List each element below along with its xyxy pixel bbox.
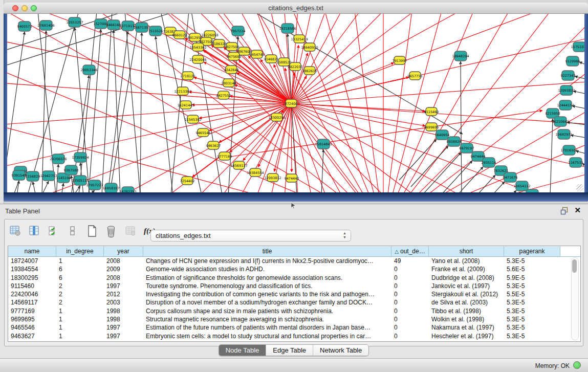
teal-node[interactable]: 9466160 xyxy=(106,20,121,30)
yellow-node[interactable]: 2803144 xyxy=(222,79,236,87)
teal-node[interactable]: 17957223 xyxy=(86,180,103,190)
yellow-node[interactable]: 19384554 xyxy=(247,168,264,177)
table-cell: Wolkin et al. (1998) xyxy=(429,315,504,323)
teal-node[interactable]: 7515526 xyxy=(148,26,163,36)
table-row[interactable]: 1938455462009Genome-wide association stu… xyxy=(8,265,580,273)
yellow-node[interactable]: 9463627 xyxy=(206,141,221,149)
table-row[interactable]: 977716911998Corpus callosum shape and si… xyxy=(8,307,580,315)
yellow-node[interactable]: 2718129 xyxy=(181,72,195,80)
column-header-year[interactable]: year xyxy=(104,246,143,256)
yellow-node[interactable]: 12213382 xyxy=(174,87,191,95)
tab-edge-table[interactable]: Edge Table xyxy=(266,345,313,356)
yellow-node[interactable]: 9822037 xyxy=(288,62,303,71)
teal-node[interactable]: 2935114 xyxy=(482,158,496,167)
row-height-icon[interactable] xyxy=(66,224,79,238)
yellow-node[interactable]: 8660123 xyxy=(172,31,187,39)
teal-node[interactable]: 20053346 xyxy=(80,65,97,75)
teal-node[interactable]: 6679197 xyxy=(460,143,474,153)
teal-node[interactable]: 17359924 xyxy=(72,152,89,162)
column-header-name[interactable]: name xyxy=(8,246,56,256)
teal-node[interactable]: 1640954 xyxy=(435,130,450,140)
teal-node[interactable]: 12942757 xyxy=(40,171,57,181)
table-row[interactable]: 2242004622012Investigating the contribut… xyxy=(8,290,580,298)
svg-text:17016504: 17016504 xyxy=(560,148,577,152)
yellow-node[interactable]: 9657755 xyxy=(408,72,423,80)
yellow-node[interactable]: 7913997 xyxy=(393,56,407,64)
yellow-node[interactable]: 8427552 xyxy=(216,91,231,99)
table-settings-icon[interactable] xyxy=(9,224,22,238)
column-header-short[interactable]: short xyxy=(429,246,504,256)
column-header-pagerank[interactable]: pagerank xyxy=(504,246,560,256)
table-cell: 5.3E-5 xyxy=(504,257,560,265)
teal-node[interactable]: 12444154 xyxy=(557,100,574,110)
yellow-node[interactable]: 9115460 xyxy=(424,107,439,116)
teal-node[interactable]: 8471676 xyxy=(503,172,518,182)
teal-node[interactable]: 8938924 xyxy=(447,137,462,146)
table-row[interactable]: 1456911722003Disruption of a novel membe… xyxy=(8,298,580,307)
canvas-resize-handle[interactable] xyxy=(576,184,583,191)
teal-node[interactable]: 16210643 xyxy=(552,117,569,126)
yellow-node[interactable]: 9699695 xyxy=(424,123,439,131)
teal-node[interactable]: 19218586 xyxy=(279,24,296,33)
table-row[interactable]: 1830029562008Estimation of significance … xyxy=(8,274,580,282)
table-row[interactable]: 946554611997Estimation of the future num… xyxy=(8,323,580,332)
tab-node-table[interactable]: Node Table xyxy=(219,345,267,356)
table-cell: Tourette syndrome. Phenomenology and cla… xyxy=(143,282,391,290)
teal-node[interactable]: 17016504 xyxy=(560,145,577,155)
float-window-icon[interactable] xyxy=(560,207,569,215)
table-scrollbar[interactable] xyxy=(571,257,579,340)
teal-node[interactable]: 10553257 xyxy=(66,17,83,27)
teal-node[interactable]: 9397588 xyxy=(64,165,79,175)
table-selector-dropdown[interactable]: citations_edges.txt ▲▼ xyxy=(150,230,351,242)
table-cell: Corpus callosum shape and size in male p… xyxy=(143,307,391,315)
teal-node[interactable]: 9129966 xyxy=(565,56,580,66)
teal-node[interactable]: 9227343 xyxy=(561,71,576,80)
yellow-node[interactable]: 9242848 xyxy=(224,65,239,74)
svg-text:9657755: 9657755 xyxy=(408,74,423,78)
teal-node[interactable]: 16958107 xyxy=(102,183,119,192)
teal-node[interactable]: 27691406 xyxy=(37,20,54,30)
tab-network-table[interactable]: Network Table xyxy=(313,345,368,356)
close-panel-icon[interactable]: ✕ xyxy=(574,206,581,215)
table-row[interactable]: 969969511998Structural magnetic resonanc… xyxy=(8,315,580,323)
teal-node[interactable]: 12093832 xyxy=(558,85,575,95)
memory-status-indicator[interactable] xyxy=(573,361,581,369)
teal-node[interactable]: 18648294 xyxy=(452,51,469,61)
teal-node[interactable]: 15692971 xyxy=(555,129,572,139)
table-row[interactable]: 946362711997Embryonic stem cells: a mode… xyxy=(8,332,580,340)
delete-table-icon[interactable] xyxy=(104,224,118,238)
teal-node[interactable]: 15751074 xyxy=(571,42,584,52)
yellow-node[interactable]: 1862615 xyxy=(302,67,317,75)
yellow-node[interactable]: 7254402 xyxy=(180,177,195,185)
table-cell: 1 xyxy=(56,323,104,332)
yellow-node[interactable]: 9475685 xyxy=(227,52,242,60)
teal-node[interactable]: 1167533 xyxy=(569,158,583,167)
teal-node[interactable]: 9405573 xyxy=(17,21,32,31)
new-table-icon[interactable] xyxy=(85,224,99,238)
yellow-node[interactable]: 9777169 xyxy=(217,152,232,160)
teal-node[interactable]: 7957224 xyxy=(231,26,246,36)
table-row[interactable]: 911546021997Tourette syndrome. Phenomeno… xyxy=(8,282,580,290)
teal-node[interactable]: 1156829 xyxy=(26,171,40,181)
table-row[interactable]: 1872400712008Changes of HCN gene express… xyxy=(8,257,580,265)
teal-node[interactable]: 15814845 xyxy=(315,139,332,149)
table-scrollbar-thumb[interactable] xyxy=(572,259,577,273)
column-header-in_degree[interactable]: in_degree xyxy=(56,246,104,256)
yellow-node[interactable]: 14569117 xyxy=(230,161,247,169)
selection-mode-icon[interactable] xyxy=(47,224,60,238)
network-canvas[interactable]: 9405573276914061055325715270039466160107… xyxy=(7,14,584,192)
column-header-title[interactable]: title xyxy=(143,246,391,256)
yellow-node[interactable]: 8454749 xyxy=(250,50,265,58)
yellow-node[interactable]: 9474443 xyxy=(285,174,299,182)
table-cell: 2008 xyxy=(104,257,143,265)
citation-graph[interactable]: 9405573276914061055325715270039466160107… xyxy=(7,14,584,192)
teal-node[interactable]: 20206576 xyxy=(50,154,67,164)
select-columns-icon[interactable] xyxy=(28,224,41,238)
svg-text:18724007: 18724007 xyxy=(282,102,299,106)
yellow-node[interactable]: 9465546 xyxy=(196,128,211,137)
import-table-icon[interactable] xyxy=(124,224,137,238)
column-header-out_de[interactable]: △out_de… xyxy=(391,246,429,256)
teal-node[interactable]: 9391540 xyxy=(12,170,27,180)
table-cell: 0 xyxy=(391,282,429,290)
teal-node[interactable]: 16782753 xyxy=(119,187,136,192)
